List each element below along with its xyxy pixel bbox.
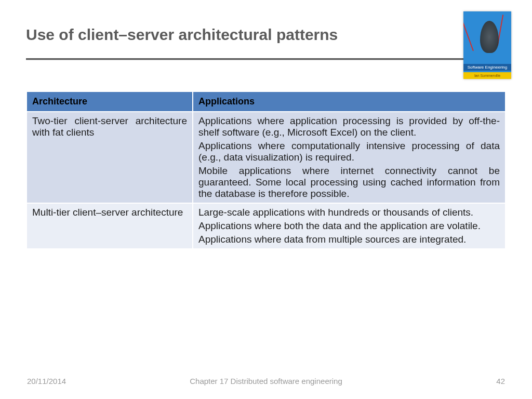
col-header-architecture: Architecture: [26, 91, 193, 112]
architecture-cell: Two-tier client-server architecture with…: [26, 112, 193, 203]
footer-date: 20/11/2014: [27, 377, 66, 385]
table-row: Multi-tier client–server architecture La…: [26, 203, 506, 249]
col-header-applications: Applications: [193, 91, 506, 112]
applications-cell: Large-scale applications with hundreds o…: [193, 203, 506, 249]
application-item: Large-scale applications with hundreds o…: [198, 207, 500, 218]
book-series-label: Software Engineering: [463, 64, 511, 71]
application-item: Applications where data from multiple so…: [198, 234, 500, 245]
table-row: Two-tier client-server architecture with…: [26, 112, 506, 203]
page-title: Use of client–server architectural patte…: [26, 26, 506, 58]
architecture-cell: Multi-tier client–server architecture: [26, 203, 193, 249]
title-divider: [26, 58, 506, 60]
footer: 20/11/2014 Chapter 17 Distributed softwa…: [0, 377, 532, 385]
application-item: Applications where application processin…: [198, 115, 500, 138]
content-area: Architecture Applications Two-tier clien…: [0, 60, 532, 249]
book-author-label: Ian Sommerville: [463, 72, 511, 79]
book-cover-image: Software Engineering Ian Sommerville: [463, 11, 511, 79]
slide: Use of client–server architectural patte…: [0, 0, 532, 399]
application-item: Applications where computationally inten…: [198, 140, 500, 163]
table-header-row: Architecture Applications: [26, 91, 506, 112]
footer-page-number: 42: [496, 377, 505, 385]
applications-cell: Applications where application processin…: [193, 112, 506, 203]
footer-chapter: Chapter 17 Distributed software engineer…: [0, 377, 532, 385]
application-item: Mobile applications where internet conne…: [198, 165, 500, 200]
architecture-table: Architecture Applications Two-tier clien…: [26, 91, 506, 249]
header: Use of client–server architectural patte…: [0, 0, 532, 60]
application-item: Applications where both the data and the…: [198, 220, 500, 232]
